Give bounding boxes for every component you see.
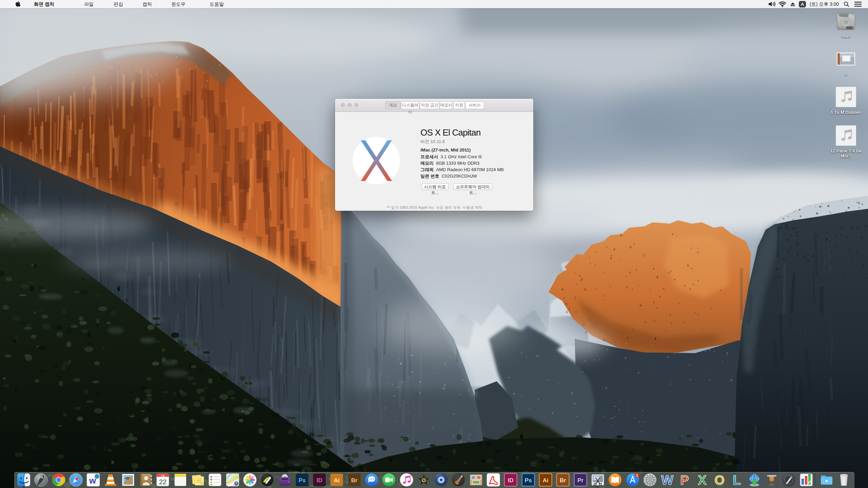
svg-text:Ai: Ai [334, 477, 340, 484]
svg-text:O: O [714, 473, 725, 487]
svg-text:2월: 2월 [161, 474, 165, 477]
svg-text:Pr: Pr [577, 477, 584, 484]
svg-text:1: 1 [636, 474, 638, 477]
svg-text:Ai: Ai [543, 477, 549, 484]
svg-text:X: X [698, 473, 707, 487]
svg-text:22: 22 [159, 478, 166, 486]
svg-text:Ps: Ps [299, 477, 306, 484]
svg-text:ID: ID [508, 477, 514, 484]
svg-text:Ps: Ps [525, 477, 532, 484]
svg-text:W: W [661, 473, 673, 487]
svg-text:Br: Br [351, 477, 358, 484]
svg-text:L: L [733, 473, 741, 487]
svg-text:A: A [801, 2, 804, 7]
svg-text:Br: Br [560, 477, 566, 484]
svg-text:ID: ID [317, 477, 322, 484]
svg-text:P: P [680, 473, 689, 487]
